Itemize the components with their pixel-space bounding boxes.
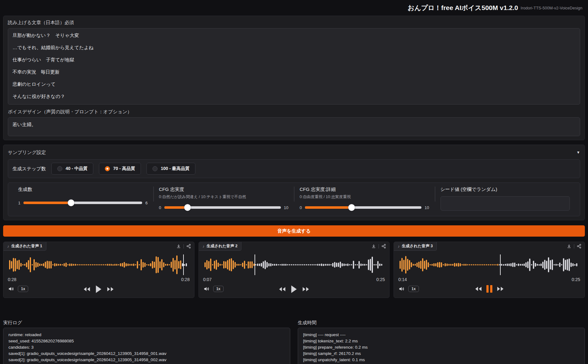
steps-label: 生成ステップ数	[13, 166, 46, 172]
slider-min: 1	[18, 201, 20, 205]
app-page: おんプロ！free AIボイス500M v1.2.0 Irodori-TTS-5…	[0, 0, 588, 364]
sampling-header[interactable]: サンプリング設定 ▼	[8, 149, 580, 156]
skip-back-button[interactable]	[474, 286, 482, 292]
share-icon[interactable]	[577, 244, 581, 249]
volume-icon[interactable]	[203, 286, 209, 292]
slider-max: 6	[145, 201, 147, 205]
run-log-section: 実行ログ runtime: reloadedseed_used: 4155286…	[3, 320, 290, 364]
audio-player-2: ♪ 生成された音声 2 0:07 0:25	[199, 242, 390, 298]
sliders-row: 生成数 1 6 CFG 忠実度 0:自然だが読み間違え / 10:テキスト重視で…	[8, 182, 580, 216]
read-text-label: 読み上げる文章（日本語）必須	[8, 20, 580, 26]
steps-option-label: 100 - 最高品質	[161, 166, 189, 172]
steps-radio-group: 生成ステップ数 40 - 中品質 70 - 高品質 100 - 最高品質	[8, 159, 580, 178]
cfg-fidelity-label: CFG 忠実度	[159, 187, 289, 192]
steps-option-70[interactable]: 70 - 高品質	[99, 163, 141, 175]
log-line: [timing] ---- request ----	[303, 332, 580, 338]
log-line: candidates: 3	[8, 344, 285, 351]
seed-label: シード値 (空欄でランダム)	[441, 187, 570, 192]
gen-count-column: 生成数 1 6	[13, 186, 153, 213]
icon-divider	[183, 244, 184, 249]
steps-option-label: 40 - 中品質	[65, 166, 87, 172]
timing-log-section: 生成時間 [timing] ---- request ----[timing] …	[298, 320, 585, 364]
log-line: [timing] prepare_reference: 0.2 ms	[303, 344, 580, 351]
steps-option-100[interactable]: 100 - 最高品質	[147, 163, 195, 175]
player-label-chip: ♪ 生成された音声 2	[199, 242, 242, 251]
slider-fill	[305, 206, 352, 209]
waveform-display[interactable]	[397, 253, 581, 276]
radio-icon	[57, 166, 62, 171]
play-button[interactable]	[290, 285, 298, 293]
waveform-display[interactable]	[202, 253, 386, 276]
slider-thumb[interactable]	[184, 204, 191, 211]
gen-count-label: 生成数	[18, 187, 148, 192]
generate-button[interactable]: 音声を生成する	[3, 225, 585, 237]
share-icon[interactable]	[186, 244, 191, 249]
playback-speed-button[interactable]: 1x	[18, 286, 28, 292]
log-line: [timing] tokenize_text: 2.2 ms	[303, 338, 580, 344]
log-line: saved[2]: gradio_outputs_voicedesign\sam…	[8, 357, 285, 363]
cfg-detail-slider[interactable]	[305, 204, 421, 211]
waveform-display[interactable]	[7, 253, 191, 276]
voice-design-label: ボイスデザイン（声質の説明・プロンプト：オプション）	[8, 109, 580, 115]
slider-thumb[interactable]	[68, 199, 75, 206]
volume-icon[interactable]	[398, 286, 405, 292]
steps-option-40[interactable]: 40 - 中品質	[51, 163, 93, 175]
icon-divider	[574, 244, 574, 249]
voice-design-input[interactable]: 若い主婦。	[8, 117, 580, 136]
skip-forward-button[interactable]	[302, 286, 310, 292]
total-time: 0:25	[572, 277, 580, 282]
playback-speed-button[interactable]: 1x	[408, 286, 419, 292]
slider-min: 0	[300, 205, 302, 210]
share-icon[interactable]	[381, 244, 386, 249]
cfg-fidelity-hint: 0:自然だが読み間違え / 10:テキスト重視で不自然	[159, 194, 289, 200]
players-row: ♪ 生成された音声 1 0:28 0:28	[3, 242, 585, 298]
music-note-icon: ♪	[203, 244, 204, 249]
read-text-input[interactable]: 旦那が動かない？ そりゃ大変 …でもそれ、結婚前から見えてたよね 仕事がつらい …	[8, 28, 580, 105]
input-panel: 読み上げる文章（日本語）必須 旦那が動かない？ そりゃ大変 …でもそれ、結婚前か…	[3, 16, 585, 140]
skip-forward-button[interactable]	[107, 286, 114, 292]
slider-max: 10	[425, 205, 429, 210]
music-note-icon: ♪	[7, 244, 9, 249]
player-label-chip: ♪ 生成された音声 1	[3, 242, 46, 251]
volume-icon[interactable]	[8, 286, 14, 292]
icon-divider	[379, 244, 379, 249]
app-header: おんプロ！free AIボイス500M v1.2.0 Irodori-TTS-5…	[3, 0, 585, 16]
music-note-icon: ♪	[398, 244, 400, 249]
slider-max: 10	[284, 205, 288, 210]
current-time: 0:14	[398, 277, 407, 282]
timing-log-output[interactable]: [timing] ---- request ----[timing] token…	[298, 328, 585, 364]
slider-thumb[interactable]	[348, 204, 355, 211]
accordion-collapse-icon[interactable]: ▼	[576, 150, 580, 155]
gen-count-slider[interactable]	[23, 199, 142, 206]
cfg-detail-column: CFG 忠実度:詳細 0:自由度重視 / 10:忠実度重視 0 10	[294, 186, 435, 213]
player-label: 生成された音声 2	[207, 244, 238, 249]
player-label-chip: ♪ 生成された音声 3	[394, 242, 437, 251]
download-icon[interactable]	[371, 244, 376, 249]
log-line: seed_used: 415528620276988085	[8, 338, 285, 344]
seed-input[interactable]	[441, 196, 570, 211]
play-button[interactable]	[95, 285, 102, 293]
skip-back-button[interactable]	[278, 286, 286, 292]
run-log-output[interactable]: runtime: reloadedseed_used: 415528620276…	[3, 328, 290, 364]
cfg-fidelity-slider[interactable]	[164, 204, 281, 211]
log-line: saved[1]: gradio_outputs_voicedesign\sam…	[8, 351, 285, 357]
audio-player-1: ♪ 生成された音声 1 0:28 0:28	[3, 242, 194, 298]
slider-min: 0	[159, 205, 161, 210]
total-time: 0:25	[376, 277, 385, 282]
audio-player-3: ♪ 生成された音声 3 0:14 0:25	[394, 242, 585, 298]
current-time: 0:07	[203, 277, 212, 282]
sampling-title: サンプリング設定	[8, 150, 46, 156]
skip-forward-button[interactable]	[497, 286, 504, 292]
slider-fill	[23, 202, 71, 204]
skip-back-button[interactable]	[83, 286, 90, 292]
pause-button[interactable]	[486, 285, 492, 293]
player-label: 生成された音声 3	[402, 244, 433, 249]
download-icon[interactable]	[176, 244, 181, 249]
cfg-detail-hint: 0:自由度重視 / 10:忠実度重視	[300, 194, 429, 200]
download-icon[interactable]	[567, 244, 571, 249]
total-time: 0:28	[181, 277, 189, 282]
steps-option-label: 70 - 高品質	[113, 166, 135, 172]
playback-speed-button[interactable]: 1x	[213, 286, 224, 292]
sampling-panel: サンプリング設定 ▼ 生成ステップ数 40 - 中品質 70 - 高品質 100…	[3, 145, 585, 220]
radio-icon	[105, 166, 110, 171]
